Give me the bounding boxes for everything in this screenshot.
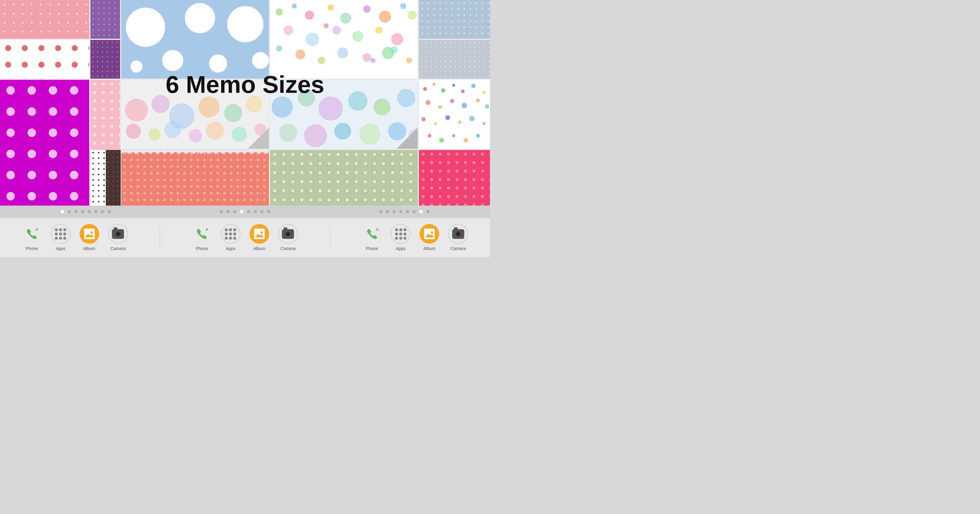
tile-hot-pink[interactable] — [419, 150, 490, 206]
tile-colorful-top-right[interactable] — [419, 80, 490, 149]
nav-item-phone-2[interactable]: Phone — [192, 224, 212, 251]
tile-sage-dots[interactable] — [270, 150, 418, 206]
dot-3 — [75, 210, 78, 213]
nav-item-apps-3[interactable]: Apps — [391, 224, 410, 251]
svg-point-79 — [298, 89, 315, 106]
svg-point-98 — [482, 91, 485, 94]
nav-item-apps-2[interactable]: Apps — [221, 224, 240, 251]
tile-blue-watercolor[interactable] — [270, 80, 418, 149]
svg-point-24 — [306, 33, 319, 46]
indicator-group-1 — [60, 210, 111, 213]
svg-point-37 — [371, 58, 375, 63]
svg-point-105 — [422, 117, 426, 121]
nav-group-3: Phone Apps — [362, 224, 468, 251]
svg-point-15 — [275, 8, 283, 16]
nav-item-apps-1[interactable]: Apps — [51, 224, 70, 251]
svg-point-8 — [185, 3, 215, 33]
svg-point-106 — [434, 122, 437, 125]
svg-point-18 — [328, 5, 334, 11]
svg-point-22 — [400, 3, 406, 9]
camera-label-3: Camera — [451, 246, 466, 251]
nav-item-phone-1[interactable]: Phone — [22, 224, 42, 251]
svg-rect-2 — [0, 0, 89, 39]
svg-rect-54 — [0, 80, 89, 206]
svg-point-94 — [441, 88, 445, 92]
svg-rect-121 — [91, 150, 105, 206]
svg-point-82 — [374, 98, 390, 116]
album-label-2: Album — [253, 246, 266, 251]
tile-purple-small[interactable] — [91, 0, 120, 39]
svg-point-108 — [458, 121, 461, 124]
tile-pink-dots[interactable] — [0, 0, 89, 39]
album-label-1: Album — [83, 246, 95, 251]
dot-g2-6 — [254, 210, 257, 213]
dot-2 — [68, 210, 71, 213]
tile-magenta[interactable] — [0, 80, 89, 206]
nav-item-album-2[interactable]: Album — [250, 224, 269, 251]
svg-point-101 — [450, 99, 454, 103]
nav-item-camera-1[interactable]: Camera — [108, 224, 128, 251]
tiles-container — [0, 0, 490, 206]
svg-rect-76 — [121, 150, 269, 206]
tile-dark-brown[interactable] — [106, 150, 121, 206]
dot-g2-4 — [240, 210, 243, 213]
svg-point-111 — [428, 134, 431, 138]
svg-point-85 — [304, 124, 327, 147]
indicator-group-2 — [220, 210, 270, 213]
page-indicators — [0, 206, 490, 218]
svg-point-21 — [379, 11, 391, 23]
nav-item-album-3[interactable]: Album — [420, 224, 439, 251]
svg-point-100 — [438, 105, 442, 109]
svg-point-67 — [164, 121, 181, 138]
dot-1 — [60, 210, 64, 213]
tile-top-right[interactable] — [419, 0, 490, 39]
camera-label-2: Camera — [281, 246, 296, 251]
svg-point-39 — [390, 46, 398, 54]
svg-point-13 — [130, 60, 142, 73]
dot-g3-7 — [419, 210, 423, 213]
svg-point-93 — [433, 83, 436, 86]
apps-dots-2 — [225, 228, 236, 240]
svg-point-112 — [439, 138, 444, 143]
camera-label-1: Camera — [110, 246, 126, 251]
svg-point-59 — [125, 98, 148, 122]
dot-g3-4 — [399, 210, 402, 213]
bottom-navigation: Phone Apps — [0, 218, 490, 257]
svg-point-66 — [148, 128, 161, 140]
phone-label-1: Phone — [26, 246, 38, 251]
svg-point-110 — [482, 122, 485, 125]
phone-icon-1 — [22, 224, 42, 244]
tile-blue-big-dots[interactable] — [121, 0, 269, 79]
svg-point-114 — [464, 138, 468, 143]
nav-divider-2 — [330, 225, 330, 250]
tile-light-pink[interactable] — [91, 80, 120, 150]
svg-point-70 — [232, 127, 247, 142]
apps-label-2: Apps — [226, 246, 235, 251]
tile-colorful-bubbles[interactable] — [270, 0, 418, 79]
svg-rect-57 — [91, 80, 120, 150]
svg-point-68 — [189, 129, 202, 143]
svg-point-27 — [375, 27, 383, 34]
svg-point-28 — [391, 33, 403, 45]
svg-point-99 — [426, 100, 430, 105]
nav-item-camera-3[interactable]: Camera — [448, 224, 468, 251]
tile-peach-coral[interactable] — [121, 150, 269, 206]
tile-dark-purple[interactable] — [91, 40, 120, 79]
tile-black-dots[interactable] — [91, 150, 105, 206]
camera-inner-1 — [112, 229, 124, 239]
svg-point-78 — [272, 97, 293, 117]
camera-icon-1 — [108, 224, 128, 244]
svg-rect-118 — [270, 150, 418, 206]
svg-point-81 — [348, 91, 368, 111]
svg-point-32 — [337, 48, 348, 58]
tile-grey-small[interactable] — [419, 40, 490, 79]
tile-watercolor-pink[interactable] — [121, 80, 269, 149]
nav-item-phone-3[interactable]: Phone — [362, 224, 382, 251]
svg-point-17 — [305, 11, 314, 20]
phone-icon-3 — [362, 224, 382, 244]
dot-g3-5 — [406, 210, 409, 213]
camera-icon-3 — [448, 224, 468, 244]
nav-item-camera-2[interactable]: Camera — [278, 224, 298, 251]
nav-item-album-1[interactable]: Album — [80, 224, 99, 251]
tile-red-dots[interactable] — [0, 40, 89, 79]
